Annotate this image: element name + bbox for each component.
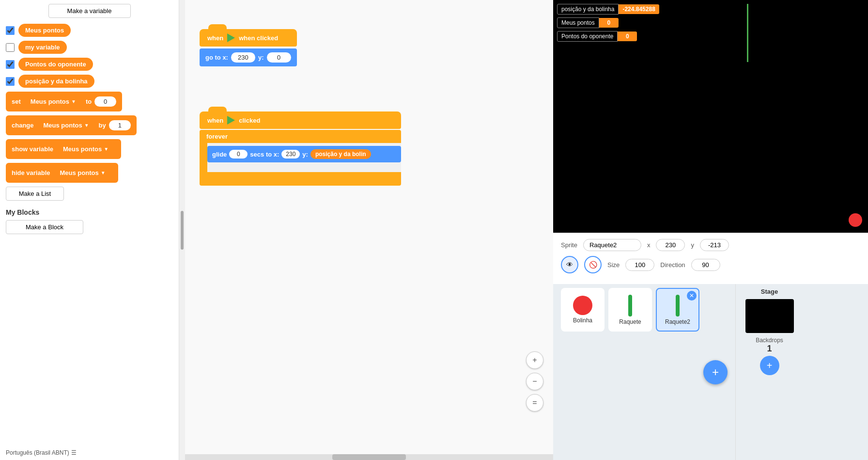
size-input[interactable] xyxy=(625,259,654,271)
show-variable-block[interactable]: show variable Meus pontos xyxy=(6,139,121,159)
hat-notch-1 xyxy=(208,24,227,31)
var-row-pontos-oponente: Pontos do oponente xyxy=(6,58,173,71)
show-sprite-button[interactable]: 👁 xyxy=(561,256,578,273)
var-pill-posicao-y[interactable]: posição y da bolinha xyxy=(18,75,94,88)
by-label: by xyxy=(99,122,106,129)
code-canvas[interactable]: when when clicked go to x: y: when xyxy=(185,0,553,460)
change-label: change xyxy=(12,122,34,129)
forever-label: forever xyxy=(200,130,401,143)
go-to-block[interactable]: go to x: y: xyxy=(200,48,297,66)
raquete2-label: Raquete2 xyxy=(665,318,690,325)
hat-when-label-2: when xyxy=(207,117,223,124)
sprite-name-input[interactable] xyxy=(583,239,641,251)
add-sprite-button[interactable]: + xyxy=(703,360,728,384)
y-coord-input[interactable] xyxy=(700,239,729,251)
forever-block[interactable]: forever glide secs to x: y: posição y da… xyxy=(200,130,401,186)
y-coord-label: y xyxy=(691,241,694,249)
h-scrollbar[interactable] xyxy=(185,454,553,460)
sprite-thumb-bolinha[interactable]: Bolinha xyxy=(561,288,604,332)
goto-y-label: y: xyxy=(258,54,264,61)
hide-variable-block[interactable]: hide variable Meus pontos xyxy=(6,163,118,183)
sprite-label: Sprite xyxy=(561,241,577,249)
variables-panel: Make a variable Meus pontos my variable … xyxy=(0,0,179,460)
script-group-1: when when clicked go to x: y: xyxy=(200,29,297,66)
glide-label: glide xyxy=(212,151,227,158)
hat-clicked-label-1: when clicked xyxy=(239,34,278,42)
hide-sprite-button[interactable]: 🚫 xyxy=(584,256,602,273)
right-panel: posição y da bolinha -224.845288 Meus po… xyxy=(553,0,868,460)
change-block[interactable]: change Meus pontos by xyxy=(6,115,137,135)
sprite-thumb-raquete[interactable]: Raquete xyxy=(608,288,652,332)
zoom-controls: + − = xyxy=(526,351,543,412)
sprite-info-row-1: Sprite x y xyxy=(561,239,860,251)
var-checkbox-meus-pontos[interactable] xyxy=(6,26,15,35)
direction-input[interactable] xyxy=(691,259,720,271)
var-pill-my-variable[interactable]: my variable xyxy=(18,41,67,54)
show-var-selector[interactable]: Meus pontos xyxy=(56,143,115,156)
goto-y-input[interactable] xyxy=(267,52,291,63)
forever-content: glide secs to x: y: posição y da bolin xyxy=(207,143,401,172)
zoom-in-button[interactable]: + xyxy=(526,351,543,369)
change-var-selector[interactable]: Meus pontos xyxy=(37,119,96,132)
stage-var-row-meus: Meus pontos 0 xyxy=(557,17,659,28)
zoom-fit-button[interactable]: = xyxy=(526,394,543,412)
stage-var-value-pontos: 0 xyxy=(618,32,637,41)
raquete-sprite-icon xyxy=(628,295,632,317)
red-circle-sprite xyxy=(849,213,862,227)
direction-label: Direction xyxy=(660,261,685,269)
stage-var-value-meus: 0 xyxy=(599,18,619,28)
stage-var-row-pontos: Pontos do oponente 0 xyxy=(557,31,659,42)
change-value-input[interactable] xyxy=(109,120,131,130)
forever-bottom xyxy=(200,172,401,186)
glide-block[interactable]: glide secs to x: y: posição y da bolin xyxy=(207,146,401,162)
hat-notch-2 xyxy=(208,107,227,113)
var-row-posicao-y: posição y da bolinha xyxy=(6,75,173,88)
stage-var-label-meus: Meus pontos xyxy=(557,17,599,28)
set-var-selector[interactable]: Meus pontos xyxy=(24,95,83,108)
glide-x-input[interactable] xyxy=(281,150,300,159)
var-pill-pontos-oponente[interactable]: Pontos do oponente xyxy=(18,58,93,71)
language-menu-icon[interactable]: ☰ xyxy=(71,449,77,456)
goto-x-input[interactable] xyxy=(231,52,255,63)
var-checkbox-posicao-y[interactable] xyxy=(6,77,15,86)
hat-block-1[interactable]: when when clicked xyxy=(200,29,297,47)
glide-tox-label: secs to x: xyxy=(250,151,279,158)
code-panel: when when clicked go to x: y: when xyxy=(185,0,553,460)
scroll-thumb xyxy=(181,211,184,250)
zoom-out-button[interactable]: − xyxy=(526,373,543,390)
hat-block-2[interactable]: when clicked xyxy=(200,111,401,129)
language-selector[interactable]: Português (Brasil ABNT) ☰ xyxy=(6,445,173,456)
stage-variables: posição y da bolinha -224.845288 Meus po… xyxy=(557,4,659,42)
make-block-button[interactable]: Make a Block xyxy=(6,220,83,234)
stage-var-label-pontos: Pontos do oponente xyxy=(557,31,618,42)
stage-green-line xyxy=(747,4,748,62)
var-checkbox-my-variable[interactable] xyxy=(6,43,15,52)
add-backdrop-icon: + xyxy=(767,360,773,371)
var-pill-meus-pontos[interactable]: Meus pontos xyxy=(18,24,71,37)
add-backdrop-button[interactable]: + xyxy=(760,356,779,375)
glide-secs-input[interactable] xyxy=(229,150,248,159)
stage-var-label-posicao: posição y da bolinha xyxy=(557,4,619,15)
glide-y-var[interactable]: posição y da bolin xyxy=(310,149,371,159)
sprite-thumb-raquete2[interactable]: ✕ Raquete2 xyxy=(656,288,699,332)
left-scrollbar[interactable] xyxy=(179,0,185,460)
sprite-delete-button[interactable]: ✕ xyxy=(687,291,697,301)
flag-icon-2 xyxy=(227,116,235,125)
hide-var-selector[interactable]: Meus pontos xyxy=(53,166,112,179)
set-block[interactable]: set Meus pontos to xyxy=(6,92,122,111)
make-list-button[interactable]: Make a List xyxy=(6,187,64,201)
stage-thumbnail[interactable] xyxy=(745,299,794,333)
backdrops-count: 1 xyxy=(767,344,772,354)
bolinha-sprite-icon xyxy=(573,296,592,315)
var-checkbox-pontos-oponente[interactable] xyxy=(6,60,15,69)
set-label: set xyxy=(12,98,21,105)
hat-when-label-1: when xyxy=(207,34,223,42)
to-label: to xyxy=(86,98,92,105)
set-value-input[interactable] xyxy=(94,96,116,107)
eye-closed-icon: 🚫 xyxy=(589,261,597,269)
make-variable-button[interactable]: Make a variable xyxy=(48,4,131,18)
forever-body: glide secs to x: y: posição y da bolin xyxy=(200,143,401,172)
x-coord-input[interactable] xyxy=(656,239,685,251)
bottom-row: Bolinha Raquete ✕ Raquete2 + Stage Backd… xyxy=(553,284,868,460)
eye-open-icon: 👁 xyxy=(566,261,573,269)
